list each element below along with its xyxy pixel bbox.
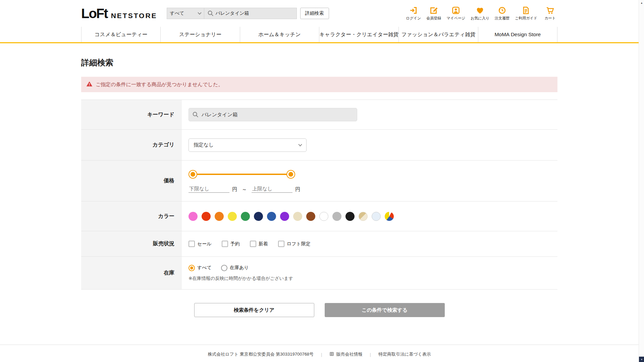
login-label: ログイン — [406, 16, 421, 21]
login-icon — [409, 6, 418, 15]
checkbox-new-label: 新着 — [259, 241, 268, 247]
status-row-label: 販売状況 — [81, 231, 182, 256]
scrollbar-up-arrow[interactable]: ▲ — [639, 0, 644, 5]
header-category-value: すべて — [170, 10, 184, 16]
slider-track — [190, 174, 294, 175]
footer-link-tokushoho[interactable]: 特定商取引法に基づく表示 — [378, 351, 431, 357]
no-results-alert: ご指定の条件に一致する商品が見つかりませんでした。 — [81, 77, 557, 92]
page-title: 詳細検索 — [81, 43, 557, 68]
guide-document-icon — [522, 6, 530, 15]
color-swatch-beige[interactable] — [293, 212, 302, 221]
heart-icon — [476, 6, 484, 15]
site-footer: 株式会社ロフト 東京都公安委員会 第303319700768号 | 販売会社情報… — [0, 345, 639, 362]
register-icon — [429, 6, 438, 15]
mypage-label: マイページ — [446, 16, 465, 21]
color-swatch-orange[interactable] — [215, 212, 224, 221]
checkbox-sale[interactable]: セール — [189, 241, 212, 247]
order-history-button[interactable]: 注文履歴 — [495, 6, 509, 21]
header-search-group: すべて 詳細検索 — [167, 8, 329, 19]
form-row-price: 価格 円 ～ 円 — [81, 161, 557, 201]
checkbox-icon — [250, 241, 256, 247]
slider-handle-max[interactable] — [287, 171, 294, 178]
checkbox-sale-label: セール — [197, 241, 212, 247]
alert-text: ご指定の条件に一致する商品が見つかりませんでした。 — [96, 81, 223, 88]
nav-item-moma[interactable]: MoMA Design Store — [478, 27, 557, 42]
nav-item-fashion-variety[interactable]: ファッション＆バラエティ雑貨 — [399, 27, 478, 42]
price-separator: ～ — [242, 186, 247, 193]
color-swatch-purple[interactable] — [280, 212, 289, 221]
footer-divider: | — [370, 352, 371, 357]
guide-label: ご利用ガイド — [515, 16, 537, 21]
price-min-input[interactable] — [189, 185, 229, 193]
clear-conditions-button[interactable]: 検索条件をクリア — [194, 303, 314, 317]
header-search-input[interactable] — [204, 8, 297, 19]
checkbox-icon — [222, 241, 228, 247]
register-label: 会員登録 — [426, 16, 441, 21]
cart-button[interactable]: カート — [543, 6, 557, 21]
nav-item-cosme[interactable]: コスメ＆ビューティー — [81, 27, 161, 42]
keyword-row-label: キーワード — [81, 100, 182, 129]
radio-stock-all[interactable]: すべて — [189, 265, 212, 271]
history-clock-icon — [498, 6, 506, 15]
form-row-color: カラー — [81, 201, 557, 231]
color-swatch-clear[interactable] — [372, 212, 381, 221]
color-swatch-brown[interactable] — [306, 212, 315, 221]
form-row-stock: 在庫 すべて 在庫あり ※在庫情報の反映に時間がか — [81, 257, 557, 290]
color-swatch-multicolor[interactable] — [385, 212, 394, 221]
search-icon — [207, 10, 214, 18]
nav-item-stationery[interactable]: ステーショナリー — [161, 27, 240, 42]
radio-stock-available[interactable]: 在庫あり — [221, 265, 249, 271]
form-row-keyword: キーワード — [81, 100, 557, 130]
keyword-input[interactable] — [189, 108, 357, 121]
color-swatch-list — [189, 212, 557, 221]
color-swatch-green[interactable] — [241, 212, 250, 221]
radio-selected-icon — [189, 265, 195, 271]
checkbox-new[interactable]: 新着 — [250, 241, 268, 247]
header-detail-search-button[interactable]: 詳細検索 — [300, 8, 329, 19]
scrollbar-down-arrow[interactable]: ▼ — [639, 357, 644, 362]
login-button[interactable]: ログイン — [406, 6, 421, 21]
logo-netstore-text: NETSTORE — [111, 12, 157, 20]
price-max-input[interactable] — [252, 185, 292, 193]
radio-unselected-icon — [221, 265, 227, 271]
search-form: キーワード カテゴリ 指定な — [81, 100, 557, 290]
category-select[interactable]: 指定なし — [189, 138, 307, 152]
checkbox-loft-limited-label: ロフト限定 — [287, 241, 311, 247]
chevron-down-icon — [198, 11, 201, 14]
color-swatch-pink[interactable] — [189, 212, 198, 221]
color-swatch-black[interactable] — [345, 212, 355, 221]
color-swatch-blue[interactable] — [267, 212, 276, 221]
color-row-label: カラー — [81, 201, 182, 231]
slider-handle-min[interactable] — [189, 171, 197, 178]
form-row-category: カテゴリ 指定なし — [81, 130, 557, 161]
nav-item-character-goods[interactable]: キャラクター・クリエイター雑貨 — [319, 27, 399, 42]
footer-link-company-info[interactable]: 販売会社情報 — [329, 351, 362, 357]
loft-logo[interactable]: LoFt NETSTORE — [81, 6, 157, 21]
guide-button[interactable]: ご利用ガイド — [515, 6, 537, 21]
building-icon — [329, 352, 334, 357]
order-history-label: 注文履歴 — [495, 16, 509, 21]
chevron-down-icon — [298, 142, 302, 146]
register-button[interactable]: 会員登録 — [426, 6, 441, 21]
color-swatch-gold[interactable] — [359, 212, 368, 221]
header-category-select[interactable]: すべて — [167, 8, 204, 19]
color-swatch-yellow[interactable] — [228, 212, 237, 221]
scrollbar[interactable]: ▲ ▼ — [639, 0, 644, 362]
color-swatch-navy[interactable] — [254, 212, 263, 221]
checkbox-loft-limited[interactable]: ロフト限定 — [278, 241, 311, 247]
checkbox-icon — [278, 241, 284, 247]
color-swatch-white[interactable] — [319, 212, 328, 221]
checkbox-icon — [189, 241, 195, 247]
nav-item-home-kitchen[interactable]: ホーム＆キッチン — [240, 27, 319, 42]
form-row-status: 販売状況 セール 予約 — [81, 231, 557, 257]
search-with-conditions-button[interactable]: この条件で検索する — [325, 303, 445, 317]
mypage-button[interactable]: マイページ — [446, 6, 465, 21]
checkbox-reservation[interactable]: 予約 — [222, 241, 240, 247]
favorites-button[interactable]: お気に入り — [471, 6, 489, 21]
favorites-label: お気に入り — [471, 16, 489, 21]
color-swatch-gray[interactable] — [332, 212, 341, 221]
footer-divider: | — [321, 352, 322, 357]
category-select-value: 指定なし — [194, 142, 214, 148]
category-row-label: カテゴリ — [81, 130, 182, 160]
color-swatch-red[interactable] — [202, 212, 211, 221]
